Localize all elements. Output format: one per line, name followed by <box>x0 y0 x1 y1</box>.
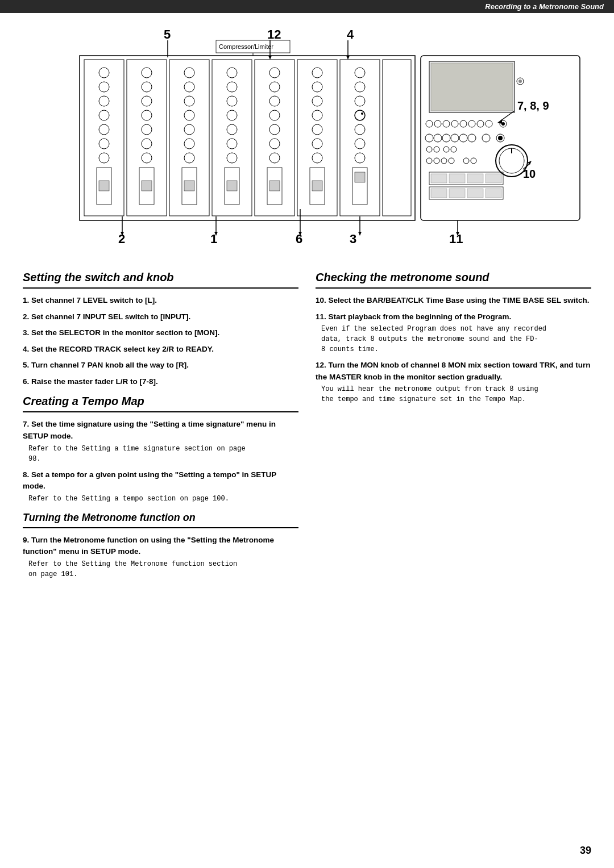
callout-12: 12 <box>267 27 281 41</box>
svg-rect-45 <box>340 60 380 216</box>
content-area: Setting the switch and knob 1. Set chann… <box>0 257 614 595</box>
step-7: 7. Set the time signature using the "Set… <box>23 418 298 464</box>
step-1: 1. Set channel 7 LEVEL switch to [L]. <box>23 294 298 306</box>
svg-rect-120 <box>467 189 483 198</box>
step-4: 4. Set the RECORD TRACK select key 2/R t… <box>23 343 298 355</box>
svg-rect-44 <box>297 60 337 216</box>
divider-metronome <box>23 527 298 528</box>
svg-rect-64 <box>312 181 322 191</box>
svg-rect-119 <box>449 189 465 198</box>
callout-6: 6 <box>296 232 302 246</box>
step-12: 12. Turn the MON knob of channel 8 MON m… <box>316 359 591 404</box>
step-4-text: 4. Set the RECORD TRACK select key 2/R t… <box>23 345 214 353</box>
step-11-detail: Even if the selected Program does not ha… <box>321 324 591 354</box>
compressor-label: Compressor/Limiter <box>219 43 273 50</box>
svg-rect-43 <box>255 60 294 216</box>
callout-10: 10 <box>523 168 536 180</box>
svg-rect-113 <box>431 174 447 183</box>
callout-5: 5 <box>164 27 171 41</box>
svg-rect-55 <box>269 181 280 191</box>
svg-rect-33 <box>184 181 194 191</box>
svg-rect-15 <box>99 181 109 191</box>
svg-rect-118 <box>431 189 447 198</box>
svg-point-79 <box>518 80 522 83</box>
step-10: 10. Select the BAR/BEAT/CLK Time Base us… <box>316 294 591 306</box>
section-heading-switch: Setting the switch and knob <box>23 271 298 284</box>
svg-rect-77 <box>431 63 513 111</box>
header-bar: Recording to a Metronome Sound <box>0 0 614 13</box>
left-column: Setting the switch and knob 1. Set chann… <box>23 263 298 584</box>
step-8-bold: 8. Set a tempo for a given point using t… <box>23 470 276 491</box>
step-8: 8. Set a tempo for a given point using t… <box>23 469 298 504</box>
section-heading-metronome: Turning the Metronome function on <box>23 512 298 524</box>
callout-789: 7, 8, 9 <box>517 99 549 112</box>
step-6-text: 6. Raise the master fader L/R to [7-8]. <box>23 377 158 386</box>
svg-rect-115 <box>467 174 483 183</box>
divider-tempo <box>23 411 298 412</box>
step-2-text: 2. Set channel 7 INPUT SEL switch to [IN… <box>23 312 190 321</box>
svg-rect-116 <box>486 174 501 183</box>
step-10-bold: 10. Select the BAR/BEAT/CLK Time Base us… <box>316 296 590 304</box>
callout-11: 11 <box>449 232 463 246</box>
step-9: 9. Turn the Metronome function on using … <box>23 534 298 579</box>
svg-rect-121 <box>486 189 501 198</box>
step-3: 3. Set the SELECTOR in the monitor secti… <box>23 327 298 339</box>
svg-rect-3 <box>84 60 124 216</box>
svg-rect-4 <box>127 60 167 216</box>
step-12-detail: You will hear the metronome output from … <box>321 384 591 404</box>
svg-rect-6 <box>212 60 252 216</box>
step-11-bold: 11. Start playback from the beginning of… <box>316 312 511 321</box>
step-5: 5. Turn channel 7 PAN knob all the way t… <box>23 359 298 371</box>
header-title: Recording to a Metronome Sound <box>485 2 604 11</box>
step-11: 11. Start playback from the beginning of… <box>316 311 591 355</box>
svg-rect-74 <box>355 172 365 182</box>
svg-rect-24 <box>142 181 152 191</box>
step-6: 6. Raise the master fader L/R to [7-8]. <box>23 375 298 387</box>
divider-switch <box>23 287 298 289</box>
step-12-bold: 12. Turn the MON knob of channel 8 MON m… <box>316 361 591 381</box>
step-8-detail: Refer to the Setting a tempo section on … <box>28 494 298 504</box>
step-2: 2. Set channel 7 INPUT SEL switch to [IN… <box>23 311 298 323</box>
divider-checking <box>316 287 591 289</box>
step-9-bold: 9. Turn the Metronome function on using … <box>23 536 274 556</box>
step-3-text: 3. Set the SELECTOR in the monitor secti… <box>23 328 219 337</box>
diagram-svg: 5 12 4 Compressor/Limiter <box>23 19 591 246</box>
diagram-area: 5 12 4 Compressor/Limiter <box>0 13 614 257</box>
callout-3: 3 <box>350 232 356 246</box>
page-number: 39 <box>580 845 591 857</box>
section-heading-checking: Checking the metronome sound <box>316 271 591 284</box>
step-9-detail: Refer to the Setting the Metronome funct… <box>28 559 298 579</box>
step-5-text: 5. Turn channel 7 PAN knob all the way t… <box>23 361 189 369</box>
svg-marker-134 <box>358 232 362 236</box>
step-1-text: 1. Set channel 7 LEVEL switch to [L]. <box>23 296 157 304</box>
step-7-bold: 7. Set the time signature using the "Set… <box>23 420 276 440</box>
step-7-detail: Refer to the Setting a time signature se… <box>28 444 298 464</box>
svg-rect-114 <box>449 174 465 183</box>
svg-rect-42 <box>227 181 237 191</box>
svg-point-69 <box>361 112 363 115</box>
callout-4: 4 <box>347 27 354 41</box>
section-heading-tempo: Creating a Tempo Map <box>23 395 298 408</box>
svg-point-98 <box>498 136 503 140</box>
svg-rect-5 <box>169 60 209 216</box>
svg-rect-46 <box>383 60 411 216</box>
right-column: Checking the metronome sound 10. Select … <box>316 263 591 584</box>
